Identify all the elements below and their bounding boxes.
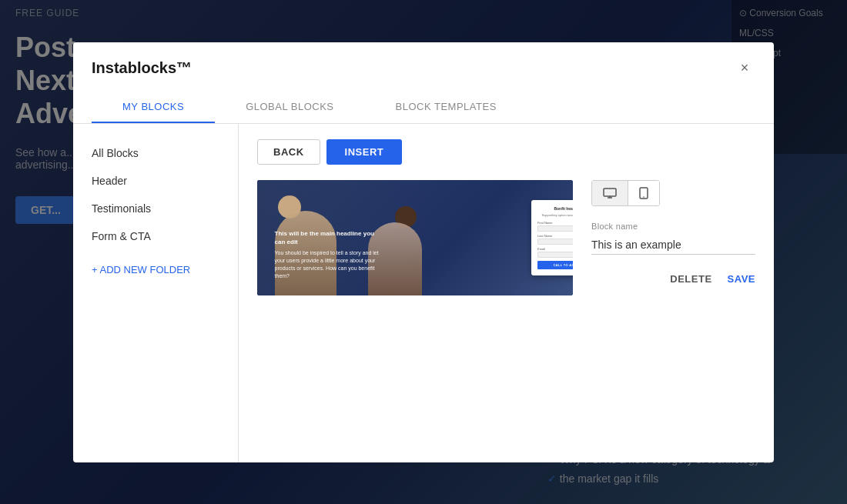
mobile-icon	[639, 187, 648, 199]
preview-overlay-text: This will be the main headline you can e…	[275, 229, 383, 280]
preview-background: This will be the main headline you can e…	[257, 180, 573, 295]
form-label-firstname: First Name	[537, 221, 573, 225]
tab-my-blocks[interactable]: MY BLOCKS	[92, 92, 215, 123]
form-label-lastname: Last Name	[537, 234, 573, 238]
right-panel: Block name DELETE SAVE	[591, 180, 755, 285]
tab-global-blocks[interactable]: GLOBAL BLOCKS	[215, 92, 364, 123]
form-field-firstname	[537, 225, 573, 232]
mobile-toggle-button[interactable]	[628, 181, 659, 205]
sidebar-item-header[interactable]: Header	[73, 167, 238, 195]
preview-left-side: This will be the main headline you can e…	[257, 180, 431, 295]
form-cta-button: CALL TO ACTION	[537, 261, 573, 269]
modal-body: All Blocks Header Testimonials Form & CT…	[73, 124, 774, 462]
desktop-toggle-button[interactable]	[592, 181, 628, 205]
modal-title: Instablocks™	[92, 59, 192, 77]
insert-button[interactable]: INSERT	[326, 139, 403, 165]
form-field-email	[537, 252, 573, 258]
svg-rect-0	[604, 189, 616, 196]
desktop-icon	[603, 188, 617, 199]
preview-headline: This will be the main headline you can e…	[275, 229, 383, 246]
close-button[interactable]: ×	[734, 58, 755, 79]
instablocks-modal: Instablocks™ × MY BLOCKS GLOBAL BLOCKS B…	[73, 42, 774, 462]
block-preview: This will be the main headline you can e…	[257, 180, 573, 295]
tab-block-templates[interactable]: BLOCK TEMPLATES	[365, 92, 527, 123]
form-field-lastname	[537, 239, 573, 245]
block-actions: DELETE SAVE	[591, 273, 755, 285]
form-label-email: Email	[537, 247, 573, 251]
sidebar-item-all-blocks[interactable]: All Blocks	[73, 139, 238, 167]
block-name-input[interactable]	[591, 235, 755, 255]
svg-point-4	[643, 196, 644, 198]
action-bar: BACK INSERT	[257, 139, 755, 165]
modal-tabs: MY BLOCKS GLOBAL BLOCKS BLOCK TEMPLATES	[73, 92, 774, 124]
modal-content-area: BACK INSERT	[239, 124, 774, 462]
save-button[interactable]: SAVE	[728, 273, 755, 285]
form-title: Bonfit headline	[537, 206, 573, 211]
preview-form: Bonfit headline Supportkey option accura…	[531, 200, 573, 275]
sidebar-item-form-cta[interactable]: Form & CTA	[73, 222, 238, 250]
delete-button[interactable]: DELETE	[670, 273, 711, 285]
form-subtitle: Supportkey option accuracy protection	[537, 213, 573, 217]
modal-sidebar: All Blocks Header Testimonials Form & CT…	[73, 124, 239, 462]
back-button[interactable]: BACK	[257, 139, 320, 165]
content-layout: This will be the main headline you can e…	[257, 180, 755, 295]
device-toggles	[591, 180, 660, 206]
block-name-label: Block name	[591, 222, 755, 231]
add-new-folder-button[interactable]: + ADD NEW FOLDER	[73, 256, 238, 283]
preview-subtext: You should be inspired to tell a story a…	[275, 249, 383, 279]
sidebar-item-testimonials[interactable]: Testimonials	[73, 195, 238, 222]
modal-header: Instablocks™ ×	[73, 42, 774, 92]
